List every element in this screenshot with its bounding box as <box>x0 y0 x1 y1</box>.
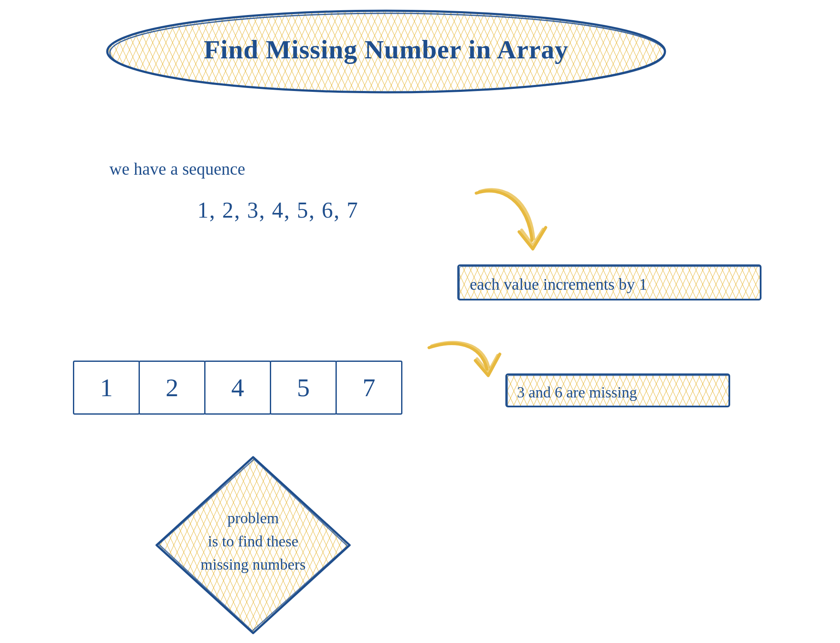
page-title: Find Missing Number in Array <box>129 34 644 65</box>
array-cell: 2 <box>139 361 205 415</box>
array-cell: 4 <box>204 361 271 415</box>
sequence-label: we have a sequence <box>109 159 245 179</box>
array-cell: 7 <box>335 361 402 415</box>
array-row: 1 2 4 5 7 <box>73 361 402 415</box>
problem-line: problem <box>163 507 343 530</box>
problem-line: is to find these <box>163 530 343 553</box>
array-cell: 1 <box>73 361 140 415</box>
sketch-shapes <box>0 0 840 643</box>
note-missing: 3 and 6 are missing <box>517 383 637 401</box>
sequence-values: 1, 2, 3, 4, 5, 6, 7 <box>197 197 359 223</box>
note-increment: each value increments by 1 <box>470 275 647 294</box>
array-cell: 5 <box>270 361 337 415</box>
problem-line: missing numbers <box>163 553 343 576</box>
problem-diamond: problem is to find these missing numbers <box>163 455 343 635</box>
